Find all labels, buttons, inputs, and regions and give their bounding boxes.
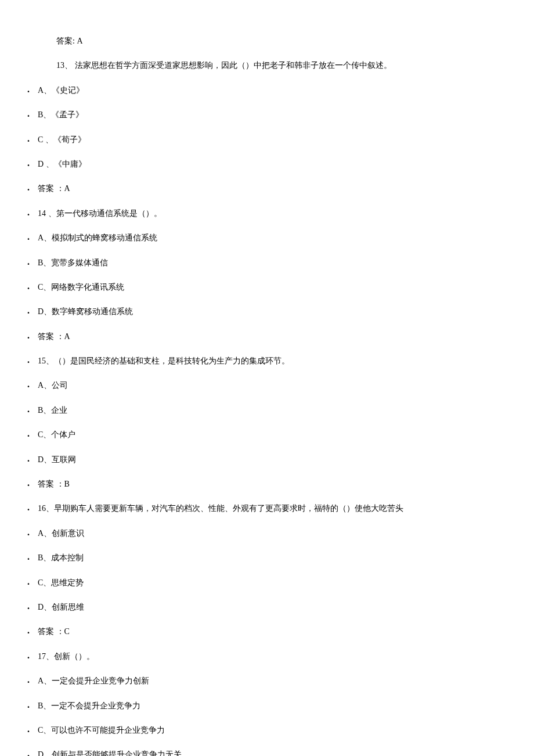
item-text: B、一定不会提升企业竞争力 (38, 701, 140, 710)
list-item: 答案 ：C (26, 625, 508, 638)
list-item: A、模拟制式的蜂窝移动通信系统 (26, 232, 508, 244)
list-item: C 、《荀子》 (26, 134, 508, 146)
item-text: 16、早期购车人需要更新车辆，对汽车的档次、性能、外观有了更高要求时，福特的（）… (38, 504, 403, 513)
list-item: D 、《中庸》 (26, 158, 508, 171)
list-item: B、一定不会提升企业竞争力 (26, 700, 508, 712)
list-item: 答案 ：B (26, 478, 508, 491)
list-item: 17、创新（）。 (26, 650, 508, 663)
item-text: C、个体户 (38, 430, 75, 439)
answer-12: 答案: A (56, 35, 508, 48)
list-item: 16、早期购车人需要更新车辆，对汽车的档次、性能、外观有了更高要求时，福特的（）… (26, 502, 508, 515)
list-item: A、公司 (26, 379, 508, 392)
list-item: B、《孟子》 (26, 109, 508, 121)
item-text: 答案 ：A (38, 332, 70, 341)
item-text: D、创新与是否能够提升企业竞争力无关 (38, 750, 182, 756)
question-list: A、《史记》 B、《孟子》 C 、《荀子》 D 、《中庸》 答案 ：A 14 、… (26, 84, 508, 756)
list-item: D、互联网 (26, 453, 508, 466)
item-text: 答案 ：C (38, 627, 70, 636)
list-item: D、数字蜂窝移动通信系统 (26, 305, 508, 318)
question-13: 13、 法家思想在哲学方面深受道家思想影响，因此（）中把老子和韩非子放在一个传中… (56, 59, 508, 72)
item-text: D 、《中庸》 (38, 160, 86, 168)
list-item: C、网络数字化通讯系统 (26, 281, 508, 294)
item-text: B、宽带多媒体通信 (38, 258, 108, 267)
list-item: C、可以也许不可能提升企业竞争力 (26, 724, 508, 737)
item-text: A、一定会提升企业竞争力创新 (38, 676, 149, 685)
list-item: C、思维定势 (26, 577, 508, 589)
list-item: 14 、第一代移动通信系统是（）。 (26, 207, 508, 220)
item-text: A、公司 (38, 381, 68, 390)
item-text: C、思维定势 (38, 578, 84, 587)
list-item: A、创新意识 (26, 527, 508, 540)
list-item: A、《史记》 (26, 84, 508, 97)
list-item: 15、（）是国民经济的基础和支柱，是科技转化为生产力的集成环节。 (26, 355, 508, 368)
list-item: 答案 ：A (26, 330, 508, 343)
item-text: 17、创新（）。 (38, 652, 95, 661)
item-text: D、创新思维 (38, 603, 84, 611)
item-text: D、互联网 (38, 455, 76, 464)
item-text: C、可以也许不可能提升企业竞争力 (38, 726, 165, 735)
item-text: A、创新意识 (38, 529, 84, 538)
list-item: D、创新思维 (26, 601, 508, 614)
list-item: B、成本控制 (26, 552, 508, 564)
item-text: 15、（）是国民经济的基础和支柱，是科技转化为生产力的集成环节。 (38, 357, 290, 365)
item-text: 14 、第一代移动通信系统是（）。 (38, 209, 162, 218)
item-text: B、企业 (38, 406, 67, 415)
item-text: D、数字蜂窝移动通信系统 (38, 307, 133, 316)
list-item: D、创新与是否能够提升企业竞争力无关 (26, 748, 508, 756)
item-text: A、《史记》 (38, 86, 84, 95)
list-item: A、一定会提升企业竞争力创新 (26, 675, 508, 687)
item-text: 答案 ：B (38, 480, 70, 488)
item-text: B、成本控制 (38, 553, 84, 562)
list-item: 答案 ：A (26, 182, 508, 195)
item-text: A、模拟制式的蜂窝移动通信系统 (38, 233, 157, 242)
list-item: B、宽带多媒体通信 (26, 257, 508, 269)
list-item: C、个体户 (26, 429, 508, 441)
item-text: 答案 ：A (38, 184, 70, 193)
item-text: C 、《荀子》 (38, 135, 86, 144)
list-item: B、企业 (26, 404, 508, 417)
item-text: B、《孟子》 (38, 110, 84, 119)
item-text: C、网络数字化通讯系统 (38, 283, 124, 291)
